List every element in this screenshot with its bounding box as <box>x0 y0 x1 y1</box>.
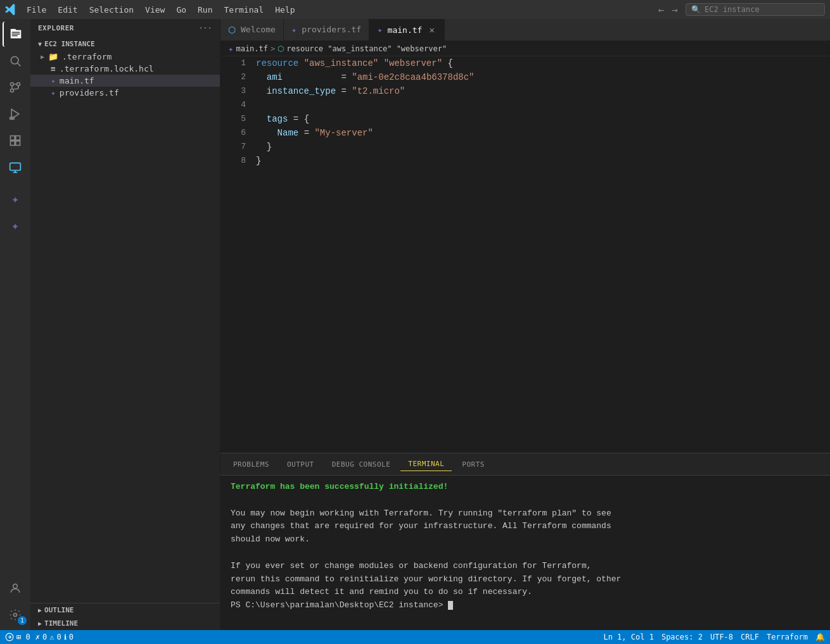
sidebar-project-title[interactable]: ▼ EC2 INSTANCE <box>30 37 220 51</box>
nav-forward-icon[interactable]: → <box>669 4 680 16</box>
tab-welcome[interactable]: ⬡ Welcome <box>220 19 284 41</box>
terminal-cursor <box>448 601 453 610</box>
sidebar-timeline[interactable]: ▶ TIMELINE <box>30 617 220 630</box>
tree-item-lock-file[interactable]: ≡ .terraform.lock.hcl <box>30 63 220 75</box>
terminal-msg-7: If you ever set or change modules or bac… <box>231 561 592 571</box>
line-num-3: 3 <box>231 84 246 98</box>
encoding-text: UTF-8 <box>710 633 733 641</box>
status-remote-text: ⊞ 0 <box>16 633 30 641</box>
tab-bar: ⬡ Welcome ✦ providers.tf ✦ main.tf ✕ <box>220 19 830 41</box>
sidebar-more-icon[interactable]: ··· <box>199 24 212 32</box>
files-icon <box>9 27 23 41</box>
tree-item-providers-tf[interactable]: ✦ providers.tf <box>30 87 220 99</box>
activity-settings[interactable]: 1 <box>3 602 28 628</box>
code-line-2: ami = "ami-0e2c8caa4b6378d8c" <box>256 70 825 84</box>
remote-explorer-icon <box>9 161 22 174</box>
svg-rect-12 <box>11 141 15 146</box>
svg-rect-10 <box>11 136 15 141</box>
activity-search[interactable] <box>3 48 28 73</box>
tree-item-terraform-folder[interactable]: ▶ 📁 .terraform <box>30 51 220 63</box>
menu-run[interactable]: Run <box>193 4 217 16</box>
activity-terraform-2[interactable]: ✦ <box>3 213 28 238</box>
svg-rect-1 <box>12 34 20 34</box>
outline-section: ▶ OUTLINE ▶ TIMELINE <box>30 603 220 630</box>
status-left: ⊞ 0 ✗ 0 ⚠ 0 ℹ 0 <box>5 633 73 641</box>
search-icon: 🔍 <box>691 5 701 14</box>
activity-bar: ✦ ✦ 1 <box>0 19 30 630</box>
menu-terminal[interactable]: Terminal <box>219 4 269 16</box>
tab-problems[interactable]: PROBLEMS <box>226 458 277 471</box>
spaces-text: Spaces: 2 <box>661 633 703 641</box>
status-spaces[interactable]: Spaces: 2 <box>661 633 703 641</box>
breadcrumb-separator: > <box>271 44 275 53</box>
breadcrumb-symbol-icon: ⬡ <box>278 44 284 53</box>
terminal-success-msg: Terraform has been successfully initiali… <box>231 482 448 491</box>
menu-view[interactable]: View <box>140 4 170 16</box>
svg-point-18 <box>14 614 17 617</box>
tree-item-main-tf[interactable]: ✦ main.tf <box>30 75 220 87</box>
breadcrumb-file: main.tf <box>236 44 268 53</box>
menu-bar: File Edit Selection View Go Run Terminal… <box>22 4 651 16</box>
tab-providers-label: providers.tf <box>302 25 361 34</box>
status-errors[interactable]: ✗ 0 ⚠ 0 ℹ 0 <box>35 633 73 641</box>
svg-rect-11 <box>16 136 20 141</box>
svg-rect-13 <box>16 141 20 146</box>
terminal-line-5: should now work. <box>231 533 820 546</box>
tab-debug-console[interactable]: DEBUG CONSOLE <box>324 458 399 471</box>
terminal-line-7: If you ever set or change modules or bac… <box>231 560 820 573</box>
menu-selection[interactable]: Selection <box>84 4 139 16</box>
terminal-line-8: rerun this command to reinitialize your … <box>231 573 820 586</box>
nav-back-icon[interactable]: ← <box>656 4 667 16</box>
tab-terminal[interactable]: TERMINAL <box>400 457 452 471</box>
terminal-content[interactable]: Terraform has been successfully initiali… <box>220 476 830 630</box>
folder-icon: 📁 <box>48 52 58 61</box>
status-remote[interactable]: ⊞ 0 <box>5 633 30 641</box>
status-bar: ⊞ 0 ✗ 0 ⚠ 0 ℹ 0 Ln 1, Col 1 Spaces: 2 UT… <box>0 630 830 644</box>
menu-go[interactable]: Go <box>171 4 191 16</box>
tab-output[interactable]: OUTPUT <box>279 458 322 471</box>
tab-main-label: main.tf <box>388 25 423 35</box>
terraform-file-icon: ✦ <box>51 76 56 85</box>
menu-help[interactable]: Help <box>270 4 300 16</box>
line-num-7: 7 <box>231 140 246 154</box>
terminal-line-blank-2 <box>231 546 820 560</box>
svg-rect-0 <box>12 32 20 32</box>
svg-point-17 <box>13 584 18 588</box>
tab-close-button[interactable]: ✕ <box>427 24 436 35</box>
main-tf-name: main.tf <box>60 76 94 85</box>
terraform-icon-2: ✦ <box>11 218 19 233</box>
terminal-prompt-line: PS C:\Users\parimalan\Desktop\EC2 instan… <box>231 599 820 612</box>
providers-tf-name: providers.tf <box>60 88 119 98</box>
code-editor[interactable]: 1 2 3 4 5 6 7 8 resource "aws_instance" … <box>220 56 830 453</box>
status-notifications[interactable]: 🔔 <box>815 633 825 641</box>
activity-remote[interactable] <box>3 155 28 180</box>
status-eol[interactable]: CRLF <box>741 633 759 641</box>
activity-source-control[interactable] <box>3 75 28 100</box>
activity-account[interactable] <box>3 576 28 601</box>
menu-file[interactable]: File <box>22 4 51 16</box>
status-encoding[interactable]: UTF-8 <box>710 633 733 641</box>
tab-ports[interactable]: PORTS <box>454 458 492 471</box>
activity-extensions[interactable] <box>3 128 28 153</box>
status-language[interactable]: Terraform <box>767 633 808 641</box>
info-icon: ℹ <box>64 633 67 641</box>
error-count: 0 <box>42 633 47 641</box>
code-line-4 <box>256 98 825 112</box>
activity-run[interactable] <box>3 101 28 127</box>
search-bar[interactable]: 🔍 EC2 instance <box>686 3 825 16</box>
breadcrumb-file-icon: ✦ <box>228 44 233 54</box>
file-lock-icon: ≡ <box>51 64 56 73</box>
line-num-4: 4 <box>231 98 246 112</box>
main-layout: ✦ ✦ 1 Explorer ··· ▼ EC2 <box>0 19 830 630</box>
code-line-7: } <box>256 140 825 154</box>
lock-file-name: .terraform.lock.hcl <box>60 64 154 73</box>
status-line-col[interactable]: Ln 1, Col 1 <box>603 633 653 641</box>
tab-providers-tf[interactable]: ✦ providers.tf <box>284 19 369 41</box>
sidebar-outline[interactable]: ▶ OUTLINE <box>30 603 220 617</box>
menu-edit[interactable]: Edit <box>53 4 82 16</box>
activity-terraform-1[interactable]: ✦ <box>3 186 28 212</box>
svg-point-7 <box>11 89 14 92</box>
tab-main-tf[interactable]: ✦ main.tf ✕ <box>369 19 445 41</box>
activity-explorer[interactable] <box>3 22 28 47</box>
line-num-8: 8 <box>231 154 246 168</box>
